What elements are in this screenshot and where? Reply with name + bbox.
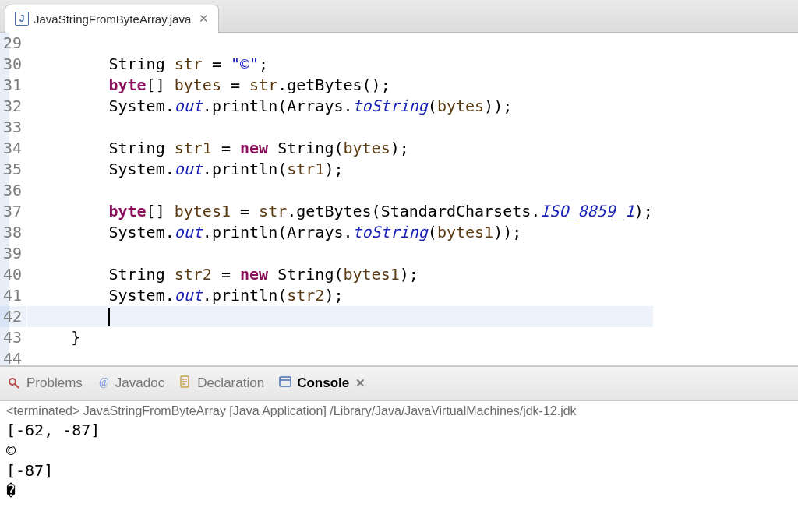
line-number: 41 — [0, 285, 27, 306]
close-icon[interactable]: ✕ — [196, 12, 209, 26]
line-number: 42 — [0, 306, 27, 327]
code-cell[interactable]: String str = "©"; — [27, 54, 653, 75]
code-cell[interactable] — [27, 306, 653, 327]
code-cell[interactable]: System.out.println(str2); — [27, 285, 653, 306]
code-editor[interactable]: 2930 String str = "©";31 byte[] bytes = … — [0, 33, 798, 368]
view-tab-label: Console — [297, 375, 349, 391]
code-line[interactable]: 41 System.out.println(str2); — [0, 285, 653, 306]
code-cell[interactable]: System.out.println(Arrays.toString(bytes… — [27, 222, 653, 243]
code-table: 2930 String str = "©";31 byte[] bytes = … — [0, 33, 653, 368]
code-line[interactable]: 32 System.out.println(Arrays.toString(by… — [0, 96, 653, 117]
code-cell[interactable]: byte[] bytes = str.getBytes(); — [27, 75, 653, 96]
line-number: 39 — [0, 243, 27, 264]
code-cell[interactable] — [27, 117, 653, 138]
code-line[interactable]: 36 — [0, 180, 653, 201]
code-cell[interactable]: } — [27, 327, 653, 348]
code-line[interactable]: 43 } — [0, 327, 653, 348]
svg-text:@: @ — [99, 376, 109, 388]
code-cell[interactable]: System.out.println(str1); — [27, 159, 653, 180]
code-cell[interactable] — [27, 33, 653, 54]
editor-tab-active[interactable]: J JavaStringFromByteArray.java ✕ — [5, 5, 219, 33]
console-icon — [278, 375, 292, 393]
close-icon[interactable]: ✕ — [354, 376, 365, 390]
view-tab-problems[interactable]: Problems — [8, 375, 83, 393]
code-line[interactable]: 37 byte[] bytes1 = str.getBytes(Standard… — [0, 201, 653, 222]
code-line[interactable]: 44 — [0, 348, 653, 368]
problems-icon — [8, 375, 22, 393]
line-number: 30 — [0, 54, 27, 75]
code-cell[interactable]: String str2 = new String(bytes1); — [27, 264, 653, 285]
view-tab-label: Javadoc — [115, 375, 164, 391]
console-output: [-62, -87] © [-87] � — [6, 420, 792, 501]
code-line[interactable]: 38 System.out.println(Arrays.toString(by… — [0, 222, 653, 243]
line-number: 29 — [0, 33, 27, 54]
console-view: <terminated> JavaStringFromByteArray [Ja… — [0, 401, 798, 532]
workbench: J JavaStringFromByteArray.java ✕ 2930 St… — [0, 0, 798, 532]
line-number: 34 — [0, 138, 27, 159]
code-line[interactable]: 29 — [0, 33, 653, 54]
line-number: 36 — [0, 180, 27, 201]
view-tab-label: Problems — [26, 375, 83, 391]
declaration-icon — [178, 375, 192, 393]
view-tab-declaration[interactable]: Declaration — [178, 375, 264, 393]
editor-tab-filename: JavaStringFromByteArray.java — [34, 12, 191, 26]
svg-point-0 — [9, 379, 16, 385]
line-number: 44 — [0, 348, 27, 368]
line-number: 43 — [0, 327, 27, 348]
views-tabbar: Problems@JavadocDeclarationConsole✕ — [0, 367, 798, 401]
code-cell[interactable]: String str1 = new String(bytes); — [27, 138, 653, 159]
java-file-icon: J — [15, 12, 29, 26]
text-caret — [108, 308, 110, 326]
view-tab-label: Declaration — [197, 375, 264, 391]
code-line[interactable]: 34 String str1 = new String(bytes); — [0, 138, 653, 159]
svg-rect-3 — [280, 377, 291, 386]
code-cell[interactable]: System.out.println(Arrays.toString(bytes… — [27, 96, 653, 117]
line-number: 32 — [0, 96, 27, 117]
line-number: 38 — [0, 222, 27, 243]
line-number: 40 — [0, 264, 27, 285]
code-cell[interactable] — [27, 243, 653, 264]
code-line[interactable]: 33 — [0, 117, 653, 138]
console-launch-line: <terminated> JavaStringFromByteArray [Ja… — [6, 404, 792, 418]
code-line[interactable]: 31 byte[] bytes = str.getBytes(); — [0, 75, 653, 96]
code-line[interactable]: 39 — [0, 243, 653, 264]
line-number: 33 — [0, 117, 27, 138]
line-number: 37 — [0, 201, 27, 222]
code-line[interactable]: 40 String str2 = new String(bytes1); — [0, 264, 653, 285]
line-number: 35 — [0, 159, 27, 180]
line-number: 31 — [0, 75, 27, 96]
view-tab-javadoc[interactable]: @Javadoc — [97, 375, 164, 393]
editor-tabbar: J JavaStringFromByteArray.java ✕ — [0, 0, 798, 33]
code-cell[interactable]: byte[] bytes1 = str.getBytes(StandardCha… — [27, 201, 653, 222]
code-line[interactable]: 35 System.out.println(str1); — [0, 159, 653, 180]
view-tab-console[interactable]: Console✕ — [278, 375, 365, 393]
code-cell[interactable] — [27, 348, 653, 368]
code-cell[interactable] — [27, 180, 653, 201]
code-line[interactable]: 30 String str = "©"; — [0, 54, 653, 75]
javadoc-icon: @ — [97, 375, 111, 393]
code-line[interactable]: 42 — [0, 306, 653, 327]
